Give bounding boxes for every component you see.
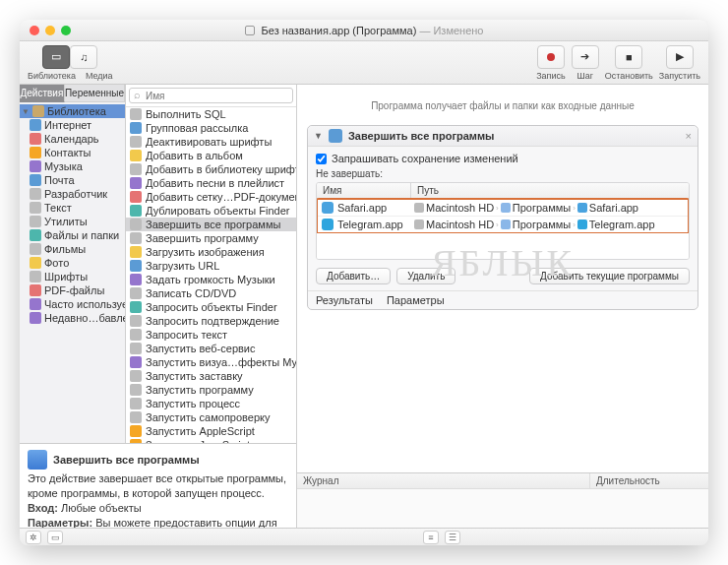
col-path[interactable]: Путь — [411, 183, 689, 198]
library-item[interactable]: ▼Библиотека — [20, 104, 125, 118]
action-icon — [130, 411, 142, 423]
log-toggle-2[interactable]: ☰ — [445, 531, 460, 544]
table-row[interactable]: Safari.appMacintosh HD›Программы›Safari.… — [318, 200, 688, 217]
library-item[interactable]: Музыка — [20, 159, 125, 173]
run-button[interactable]: ▶ — [666, 45, 694, 69]
action-item[interactable]: Запустить веб-сервис — [126, 342, 296, 355]
actions-list[interactable]: Выполнить SQLГрупповая рассылкаДеактивир… — [126, 107, 296, 443]
library-item[interactable]: Контакты — [20, 146, 125, 159]
actions-column: Выполнить SQLГрупповая рассылкаДеактивир… — [126, 85, 297, 443]
library-item[interactable]: Недавно…бавленные — [20, 311, 125, 325]
tab-variables[interactable]: Переменные — [65, 85, 125, 102]
action-item[interactable]: Добавить песни в плейлист — [126, 176, 296, 190]
library-item[interactable]: Разработчик — [20, 187, 125, 201]
action-item[interactable]: Завершить программу — [126, 231, 296, 245]
library-item[interactable]: Часто используемые — [20, 297, 125, 311]
desc-toggle-button[interactable]: ▭ — [47, 531, 63, 544]
category-icon — [30, 243, 41, 255]
step-close-button[interactable]: × — [686, 130, 692, 142]
remove-button[interactable]: Удалить — [396, 268, 455, 284]
ask-save-checkbox[interactable]: Запрашивать сохранение изменений — [316, 153, 690, 164]
action-item[interactable]: Задать громкость Музыки — [126, 273, 296, 286]
library-item[interactable]: Шрифты — [20, 270, 125, 283]
step-tab-options[interactable]: Параметры — [387, 294, 445, 306]
action-item[interactable]: Добавить в альбом — [126, 149, 296, 162]
stop-button[interactable]: ■ — [615, 45, 642, 69]
action-item[interactable]: Деактивировать шрифты — [126, 135, 296, 149]
action-item[interactable]: Групповая рассылка — [126, 121, 296, 135]
action-item[interactable]: Запросить подтверждение — [126, 314, 296, 328]
path-icon — [414, 220, 424, 229]
media-view-button[interactable]: ♫ — [70, 45, 97, 69]
action-item[interactable]: Добавить в библиотеку шрифто — [126, 162, 296, 176]
action-item[interactable]: Запустить AppleScript — [126, 424, 296, 438]
action-icon — [130, 370, 142, 382]
action-item[interactable]: Запросить объекты Finder — [126, 300, 296, 314]
action-item[interactable]: Записать CD/DVD — [126, 286, 296, 300]
action-icon — [130, 287, 142, 299]
col-name[interactable]: Имя — [317, 183, 411, 198]
close-window-button[interactable] — [30, 26, 39, 35]
library-item[interactable]: Файлы и папки — [20, 228, 125, 242]
action-item[interactable]: Запустить программу — [126, 383, 296, 397]
library-item[interactable]: Фото — [20, 256, 125, 270]
action-icon — [130, 246, 142, 258]
library-item[interactable]: Интернет — [20, 118, 125, 132]
library-view-button[interactable]: ▭ — [42, 45, 70, 69]
category-icon — [30, 174, 41, 186]
path-icon — [501, 220, 511, 229]
step-disclosure[interactable]: ▼ — [314, 131, 323, 141]
add-current-button[interactable]: Добавить текущие программы — [529, 268, 690, 284]
search-input[interactable] — [129, 88, 293, 103]
action-item[interactable]: Запустить визуа…ффекты Музыки — [126, 355, 296, 369]
library-item[interactable]: Фильмы — [20, 242, 125, 256]
action-icon — [130, 205, 142, 217]
workflow-input-label: Программа получает файлы и папки как вхо… — [307, 93, 698, 125]
action-icon — [130, 315, 142, 327]
action-item[interactable]: Запустить самопроверку — [126, 410, 296, 424]
action-icon — [130, 425, 142, 437]
tab-actions[interactable]: Действия — [20, 85, 65, 102]
category-icon — [30, 271, 41, 282]
record-button[interactable] — [537, 45, 565, 69]
action-item[interactable]: Запустить заставку — [126, 369, 296, 383]
step-button[interactable]: ➔ — [572, 45, 599, 69]
action-icon — [130, 219, 142, 230]
action-icon — [28, 450, 47, 470]
action-icon — [130, 108, 142, 120]
table-row[interactable]: Telegram.appMacintosh HD›Программы›Teleg… — [318, 217, 688, 232]
path-icon — [501, 203, 511, 213]
library-item[interactable]: Утилиты — [20, 215, 125, 228]
action-item[interactable]: Загрузить URL — [126, 259, 296, 273]
action-item[interactable]: Добавить сетку…PDF-документам — [126, 190, 296, 204]
log-toggle-1[interactable]: ≡ — [423, 531, 439, 544]
library-item[interactable]: Почта — [20, 173, 125, 187]
exclude-table: Имя Путь Safari.appMacintosh HD›Программ… — [316, 182, 690, 260]
action-icon — [130, 343, 142, 354]
workflow-step: ▼ Завершить все программы × Запрашивать … — [307, 125, 698, 310]
log-panel: Журнал Длительность — [297, 472, 708, 528]
add-button[interactable]: Добавить… — [316, 268, 391, 284]
action-icon — [130, 232, 142, 244]
action-item[interactable]: Дублировать объекты Finder — [126, 204, 296, 218]
action-item[interactable]: Запросить текст — [126, 328, 296, 342]
zoom-window-button[interactable] — [61, 26, 71, 35]
library-item[interactable]: Текст — [20, 201, 125, 215]
category-icon — [30, 119, 41, 131]
category-icon — [30, 160, 41, 172]
action-icon — [130, 301, 142, 313]
log-col-duration[interactable]: Длительность — [590, 473, 708, 488]
library-tree[interactable]: ▼БиблиотекаИнтернетКалендарьКонтактыМузы… — [20, 102, 125, 443]
library-item[interactable]: Календарь — [20, 132, 125, 146]
action-item[interactable]: Завершить все программы — [126, 218, 296, 231]
library-item[interactable]: PDF-файлы — [20, 283, 125, 297]
action-item[interactable]: Выполнить SQL — [126, 107, 296, 121]
action-item[interactable]: Загрузить изображения — [126, 245, 296, 259]
gear-button[interactable]: ✲ — [26, 531, 41, 544]
action-item[interactable]: Запустить процесс — [126, 397, 296, 410]
action-icon — [130, 274, 142, 285]
minimize-window-button[interactable] — [45, 26, 55, 35]
log-col-journal[interactable]: Журнал — [297, 473, 590, 488]
action-icon — [130, 177, 142, 189]
step-tab-results[interactable]: Результаты — [316, 294, 373, 306]
